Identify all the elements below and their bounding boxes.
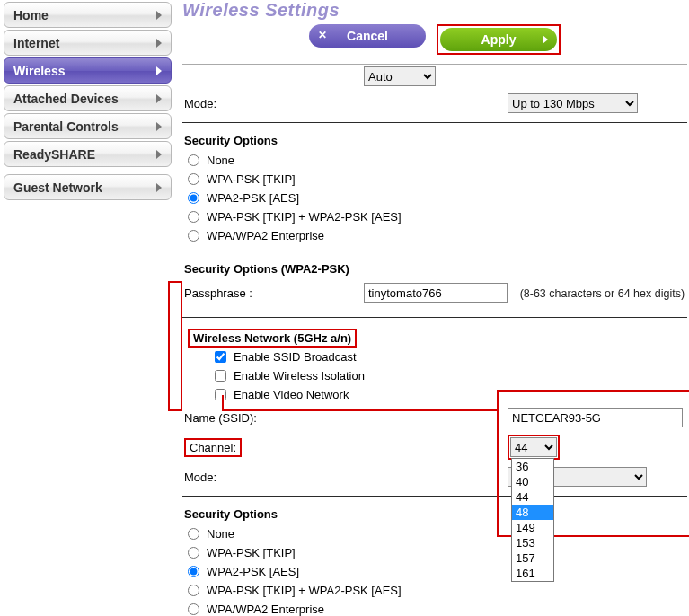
nav-attached-devices[interactable]: Attached Devices (4, 85, 172, 111)
nav-label: Wireless (13, 64, 65, 78)
cancel-button[interactable]: ✕ Cancel (309, 24, 426, 48)
chevron-right-icon (156, 94, 162, 103)
video-network-checkbox[interactable] (215, 389, 226, 400)
sec-5g-none-radio[interactable] (188, 528, 199, 540)
channel-option[interactable]: 40 (512, 474, 553, 489)
nav-label: ReadySHARE (13, 147, 95, 162)
sec-24g-none-radio[interactable] (188, 154, 199, 166)
sec-24g-wpa-tkip-radio[interactable] (188, 173, 199, 185)
nav-label: Guest Network (13, 180, 102, 195)
chevron-right-icon (156, 66, 162, 75)
apply-button[interactable]: Apply (440, 28, 557, 51)
apply-label: Apply (481, 32, 517, 47)
channel-option[interactable]: 157 (512, 550, 553, 566)
video-network-label: Enable Video Network (234, 388, 349, 401)
channel-5g-select[interactable]: 44 (510, 437, 557, 457)
action-bar: ✕ Cancel Apply (182, 24, 687, 55)
wireless-5ghz-head: Wireless Network (5GHz a/n) (188, 329, 357, 348)
ssid-5g-label: Name (SSID): (184, 411, 364, 425)
nav-guest-network[interactable]: Guest Network (4, 174, 172, 200)
passphrase-24g-input[interactable] (364, 283, 508, 303)
nav-wireless[interactable]: Wireless (4, 57, 172, 84)
channel-5g-highlight: 44 36 40 44 48 149 153 157 161 (508, 435, 560, 460)
nav-parental-controls[interactable]: Parental Controls (4, 113, 172, 139)
passphrase-hint: (8-63 characters or 64 hex digits) (520, 287, 685, 300)
channel-option[interactable]: 149 (512, 520, 553, 535)
psk-24g-head: Security Options (WPA2-PSK) (182, 257, 687, 279)
chevron-right-icon (543, 35, 548, 44)
chevron-right-icon (156, 122, 162, 131)
nav-internet[interactable]: Internet (4, 30, 172, 56)
sec-wpa-both-label: WPA-PSK [TKIP] + WPA2-PSK [AES] (207, 210, 402, 224)
page-title: Wireless Settings (182, 0, 687, 21)
close-icon: ✕ (318, 30, 331, 42)
mode-24g-label: Mode: (184, 97, 364, 110)
channel-option-selected[interactable]: 48 (512, 505, 553, 520)
passphrase-24g-label: Passphrase : (184, 286, 364, 300)
chevron-right-icon (156, 11, 162, 20)
channel-option[interactable]: 44 (512, 489, 553, 505)
sec-24g-wpa2-aes-radio[interactable] (188, 192, 199, 204)
ssid-5g-input[interactable] (508, 408, 683, 427)
channel-24g-select[interactable]: Auto (364, 66, 436, 86)
nav-label: Attached Devices (13, 92, 119, 106)
sec-wpa-tkip-label: WPA-PSK [TKIP] (207, 546, 296, 559)
security-options-24g-head: Security Options (182, 128, 687, 151)
nav-label: Home (13, 8, 49, 22)
wireless-isolation-checkbox[interactable] (215, 370, 226, 382)
sidebar: Home Internet Wireless Attached Devices … (0, 0, 175, 616)
chevron-right-icon (156, 150, 162, 159)
sec-wpa-tkip-label: WPA-PSK [TKIP] (207, 172, 296, 186)
nav-label: Internet (13, 36, 59, 50)
sec-wpa-both-label: WPA-PSK [TKIP] + WPA2-PSK [AES] (207, 584, 402, 597)
sec-none-label: None (207, 527, 234, 541)
cancel-label: Cancel (347, 29, 388, 43)
sec-enterprise-label: WPA/WPA2 Enterprise (207, 229, 324, 242)
nav-home[interactable]: Home (4, 2, 172, 28)
chevron-right-icon (156, 183, 162, 192)
security-options-5g-head: Security Options (182, 502, 687, 524)
sec-wpa2-aes-label: WPA2-PSK [AES] (207, 565, 299, 578)
sec-24g-wpa-both-radio[interactable] (188, 211, 199, 223)
nav-readyshare[interactable]: ReadySHARE (4, 141, 172, 167)
ssid-broadcast-checkbox[interactable] (215, 351, 226, 363)
channel-5g-label: Channel: (184, 438, 242, 457)
chevron-right-icon (156, 39, 162, 48)
wireless-isolation-label: Enable Wireless Isolation (234, 369, 365, 383)
apply-highlight: Apply (437, 24, 561, 55)
sec-wpa2-aes-label: WPA2-PSK [AES] (207, 191, 299, 205)
sec-24g-enterprise-radio[interactable] (188, 230, 199, 242)
mode-5g-label: Mode: (184, 471, 364, 484)
sec-enterprise-label: WPA/WPA2 Enterprise (207, 603, 324, 616)
sec-5g-wpa-tkip-radio[interactable] (188, 547, 199, 559)
channel-option[interactable]: 36 (512, 459, 553, 474)
sec-5g-wpa-both-radio[interactable] (188, 585, 199, 596)
mode-24g-select[interactable]: Up to 130 Mbps (508, 93, 638, 113)
sec-5g-enterprise-radio[interactable] (188, 603, 199, 615)
channel-option[interactable]: 153 (512, 535, 553, 550)
sec-5g-wpa2-aes-radio[interactable] (188, 566, 199, 577)
sec-none-label: None (207, 154, 234, 167)
channel-5g-dropdown-list[interactable]: 36 40 44 48 149 153 157 161 (511, 458, 554, 582)
main-panel: Wireless Settings ✕ Cancel Apply . Auto … (175, 0, 689, 616)
nav-label: Parental Controls (13, 119, 119, 134)
channel-option[interactable]: 161 (512, 566, 553, 581)
ssid-broadcast-label: Enable SSID Broadcast (234, 350, 357, 364)
